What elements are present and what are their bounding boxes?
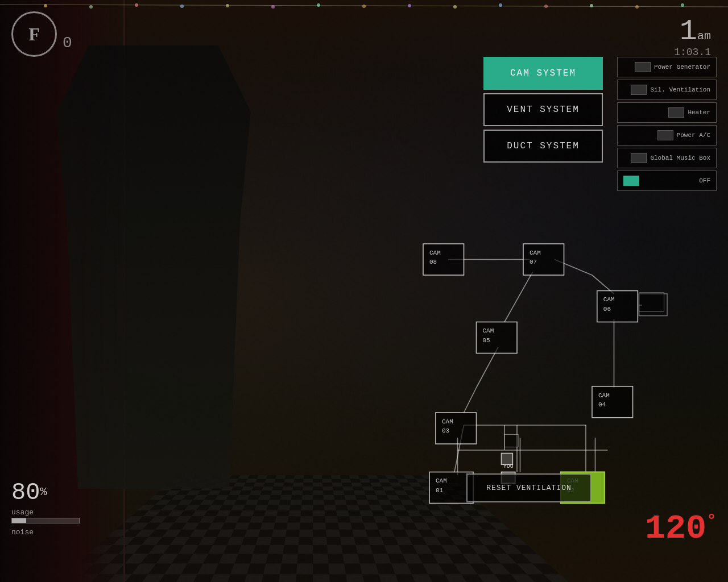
cam-07-node[interactable]: CAM 07	[523, 244, 564, 275]
animatronic-figure	[46, 45, 262, 489]
cam-system-button[interactable]: CAM SYSTEM	[483, 57, 603, 90]
svg-text:CAM: CAM	[598, 392, 610, 399]
svg-point-2	[89, 5, 93, 9]
score-display: 0	[63, 34, 72, 52]
teal-indicator	[623, 176, 639, 186]
ampm-display: am	[697, 30, 711, 43]
power-ac-icon	[657, 130, 673, 140]
global-music-box-btn[interactable]: Global Music Box	[617, 148, 717, 168]
svg-text:CAM: CAM	[530, 250, 541, 256]
global-music-box-icon	[631, 153, 647, 163]
heater-btn[interactable]: Heater	[617, 102, 717, 123]
svg-text:CAM: CAM	[603, 296, 615, 303]
logo-letter: F	[28, 24, 40, 45]
usage-bar-fill	[12, 518, 26, 523]
cam-06-node[interactable]: CAM 06	[597, 291, 664, 322]
svg-point-14	[635, 5, 639, 9]
svg-point-9	[408, 4, 411, 7]
svg-text:03: 03	[442, 427, 449, 434]
reset-ventilation-button[interactable]: RESET VENTILATION	[466, 473, 592, 502]
usage-bar-container: usage	[11, 508, 80, 523]
svg-text:CAM: CAM	[429, 250, 441, 256]
power-percent-value: 80	[11, 479, 40, 506]
sil-ventilation-label: Sil. Ventilation	[650, 86, 710, 93]
cam-04-node[interactable]: CAM 04	[592, 386, 633, 418]
power-ac-btn[interactable]: Power A/C	[617, 125, 717, 146]
usage-label: usage	[11, 508, 80, 517]
svg-text:CAM: CAM	[483, 327, 494, 334]
cam-08-node[interactable]: CAM 08	[423, 244, 464, 275]
svg-point-13	[590, 4, 593, 7]
temp-value: 120	[645, 509, 706, 548]
temperature-display: 120°	[645, 509, 717, 548]
timestamp-display: 1:03.1	[674, 47, 711, 58]
hour-display: 1	[680, 15, 697, 48]
off-label: OFF	[699, 177, 710, 184]
off-btn[interactable]: OFF	[617, 171, 717, 191]
sil-ventilation-icon	[631, 85, 647, 95]
vent-system-button[interactable]: VENT SYSTEM	[483, 93, 603, 126]
svg-rect-62	[504, 435, 518, 447]
temp-unit: °	[706, 512, 717, 531]
power-display: 80% usage noise	[11, 481, 80, 537]
usage-bar	[11, 518, 80, 523]
svg-text:CAM: CAM	[436, 477, 447, 484]
system-buttons: CAM SYSTEM VENT SYSTEM DUCT SYSTEM	[483, 57, 603, 163]
svg-point-12	[544, 5, 548, 8]
score-value: 0	[63, 34, 72, 52]
svg-text:05: 05	[483, 337, 490, 344]
svg-text:08: 08	[429, 259, 437, 265]
svg-text:YOU: YOU	[503, 463, 514, 469]
string-lights	[0, 0, 728, 17]
svg-point-15	[681, 3, 684, 7]
logo-circle: F	[11, 11, 57, 57]
power-generator-label: Power Generator	[654, 64, 710, 70]
svg-text:CAM: CAM	[442, 418, 453, 425]
power-ac-label: Power A/C	[677, 132, 710, 139]
power-percent-symbol: %	[40, 485, 47, 498]
noise-label: noise	[11, 528, 80, 537]
svg-rect-40	[639, 293, 664, 311]
svg-point-10	[453, 5, 457, 9]
svg-point-11	[499, 3, 502, 7]
side-panel: Power Generator Sil. Ventilation Heater …	[617, 57, 717, 191]
svg-point-7	[317, 3, 320, 7]
svg-point-8	[362, 5, 366, 8]
duct-system-button[interactable]: DUCT SYSTEM	[483, 130, 603, 163]
svg-line-19	[504, 272, 533, 322]
power-generator-btn[interactable]: Power Generator	[617, 57, 717, 77]
svg-point-3	[135, 3, 138, 7]
sil-ventilation-btn[interactable]: Sil. Ventilation	[617, 80, 717, 100]
power-generator-icon	[635, 62, 651, 72]
svg-line-22	[464, 388, 477, 413]
svg-text:01: 01	[436, 487, 444, 494]
svg-point-1	[44, 4, 47, 7]
svg-point-5	[226, 4, 229, 7]
svg-text:04: 04	[598, 401, 606, 408]
heater-label: Heater	[688, 109, 710, 116]
global-music-box-label: Global Music Box	[650, 155, 710, 161]
cam-03-node[interactable]: CAM 03	[436, 413, 477, 444]
svg-text:07: 07	[530, 259, 537, 265]
svg-point-6	[271, 5, 275, 9]
svg-point-4	[180, 5, 184, 8]
svg-text:06: 06	[603, 306, 611, 313]
cam-05-node[interactable]: CAM 05	[477, 322, 518, 354]
heater-icon	[668, 107, 684, 118]
time-display: 1am 1:03.1	[674, 17, 711, 58]
